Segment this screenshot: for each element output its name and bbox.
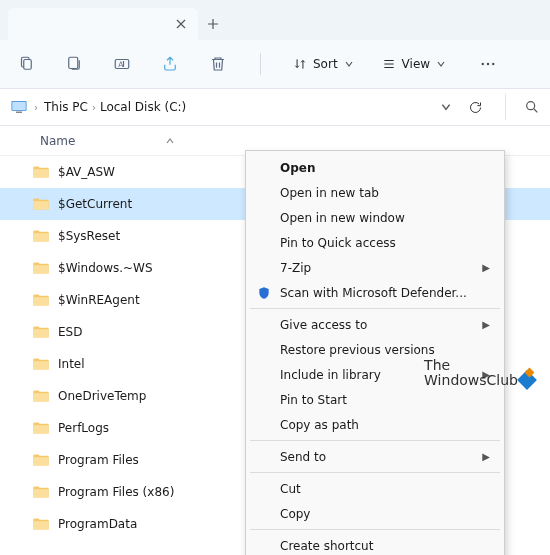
- file-name: ESD: [58, 325, 82, 339]
- tab-bar: [0, 0, 550, 40]
- context-menu: Open Open in new tab Open in new window …: [245, 150, 505, 555]
- file-name: Program Files: [58, 453, 139, 467]
- cm-copy-path[interactable]: Copy as path: [248, 412, 502, 437]
- svg-rect-2: [69, 57, 78, 68]
- address-bar[interactable]: › This PC › Local Disk (C:): [0, 88, 550, 126]
- folder-icon: [32, 421, 50, 435]
- cm-scan-defender[interactable]: Scan with Microsoft Defender...: [248, 280, 502, 305]
- chevron-right-icon: ▶: [482, 451, 490, 462]
- refresh-icon[interactable]: [468, 100, 483, 115]
- cm-send-to[interactable]: Send to▶: [248, 444, 502, 469]
- file-name: $AV_ASW: [58, 165, 115, 179]
- svg-rect-9: [12, 102, 26, 110]
- svg-point-11: [527, 102, 535, 110]
- cm-open-new-window[interactable]: Open in new window: [248, 205, 502, 230]
- svg-rect-10: [16, 112, 22, 114]
- cm-separator: [250, 529, 500, 530]
- cm-pin-quick[interactable]: Pin to Quick access: [248, 230, 502, 255]
- file-name: OneDriveTemp: [58, 389, 146, 403]
- folder-icon: [32, 165, 50, 179]
- sort-button[interactable]: Sort: [293, 57, 354, 71]
- cm-restore-prev[interactable]: Restore previous versions: [248, 337, 502, 362]
- search-icon[interactable]: [524, 99, 540, 115]
- cm-include-lib[interactable]: Include in library▶: [248, 362, 502, 387]
- folder-icon: [32, 389, 50, 403]
- cm-separator: [250, 308, 500, 309]
- cm-separator: [250, 440, 500, 441]
- active-tab[interactable]: [8, 8, 198, 40]
- sort-caret-icon: [165, 136, 175, 146]
- delete-icon[interactable]: [208, 54, 228, 74]
- view-label: View: [402, 57, 430, 71]
- chevron-right-icon: ▶: [482, 319, 490, 330]
- file-name: Intel: [58, 357, 85, 371]
- sort-label: Sort: [313, 57, 338, 71]
- svg-rect-1: [24, 60, 32, 70]
- folder-icon: [32, 325, 50, 339]
- folder-icon: [32, 357, 50, 371]
- folder-icon: [32, 485, 50, 499]
- rename-icon[interactable]: A: [112, 54, 132, 74]
- chevron-right-icon: ▶: [482, 369, 490, 380]
- cm-cut[interactable]: Cut: [248, 476, 502, 501]
- folder-icon: [32, 229, 50, 243]
- chevron-down-icon[interactable]: [440, 101, 452, 113]
- cm-separator: [250, 472, 500, 473]
- breadcrumb-item[interactable]: Local Disk (C:): [100, 100, 186, 114]
- cm-copy[interactable]: Copy: [248, 501, 502, 526]
- new-tab-button[interactable]: [198, 8, 228, 40]
- folder-icon: [32, 261, 50, 275]
- chevron-right-icon[interactable]: ›: [34, 102, 38, 113]
- cm-create-shortcut[interactable]: Create shortcut: [248, 533, 502, 555]
- svg-point-5: [482, 63, 484, 65]
- cm-open[interactable]: Open: [248, 155, 502, 180]
- pc-icon: [10, 99, 28, 115]
- file-name: ProgramData: [58, 517, 137, 531]
- addr-separator: [505, 94, 506, 120]
- breadcrumb: This PC › Local Disk (C:): [44, 100, 434, 114]
- folder-icon: [32, 517, 50, 531]
- shield-icon: [256, 285, 272, 301]
- svg-point-7: [492, 63, 494, 65]
- file-name: $SysReset: [58, 229, 120, 243]
- cm-open-new-tab[interactable]: Open in new tab: [248, 180, 502, 205]
- cm-7zip[interactable]: 7-Zip▶: [248, 255, 502, 280]
- cm-pin-start[interactable]: Pin to Start: [248, 387, 502, 412]
- toolbar: A Sort View: [0, 40, 550, 88]
- folder-icon: [32, 293, 50, 307]
- svg-point-6: [487, 63, 489, 65]
- folder-icon: [32, 197, 50, 211]
- chevron-right-icon: ›: [92, 102, 96, 113]
- chevron-right-icon: ▶: [482, 262, 490, 273]
- file-name: $WinREAgent: [58, 293, 140, 307]
- view-button[interactable]: View: [382, 57, 446, 71]
- cut-icon[interactable]: [16, 54, 36, 74]
- more-icon[interactable]: [478, 54, 498, 74]
- breadcrumb-item[interactable]: This PC: [44, 100, 88, 114]
- folder-icon: [32, 453, 50, 467]
- cm-give-access[interactable]: Give access to▶: [248, 312, 502, 337]
- column-name-label: Name: [40, 134, 75, 148]
- copy-icon[interactable]: [64, 54, 84, 74]
- share-icon[interactable]: [160, 54, 180, 74]
- file-name: PerfLogs: [58, 421, 109, 435]
- file-name: Program Files (x86): [58, 485, 174, 499]
- file-name: $Windows.~WS: [58, 261, 153, 275]
- toolbar-separator: [260, 53, 261, 75]
- file-name: $GetCurrent: [58, 197, 132, 211]
- close-tab-icon[interactable]: [174, 17, 188, 31]
